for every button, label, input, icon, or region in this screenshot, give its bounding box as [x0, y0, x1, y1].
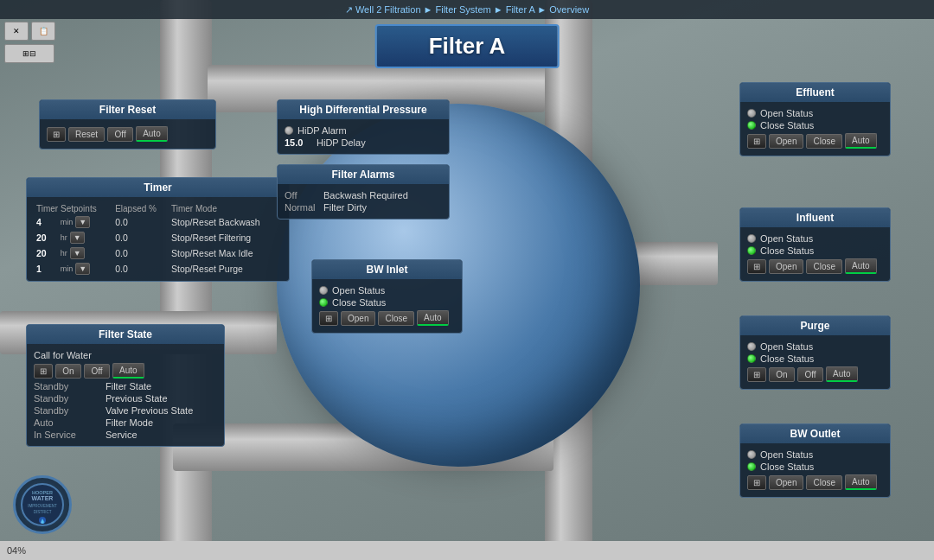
influent-close-row: Close Status — [747, 245, 883, 256]
purge-off-btn[interactable]: Off — [797, 367, 823, 382]
timer-mini-btn[interactable]: ▼ — [70, 232, 85, 244]
filter-state-row: StandbyFilter State — [34, 381, 217, 391]
influent-icon-btn[interactable]: ⊞ — [747, 259, 766, 274]
filter-state-auto-btn[interactable]: Auto — [112, 363, 144, 379]
filter-state-icon-btn[interactable]: ⊞ — [34, 364, 53, 379]
influent-auto-btn[interactable]: Auto — [845, 258, 877, 274]
filter-state-panel: Filter State Call for Water ⊞ On Off Aut… — [26, 324, 225, 447]
timer-mini-btn[interactable]: ▼ — [75, 263, 90, 275]
call-for-water-label: Call for Water — [34, 350, 217, 360]
hidp-alarm-led — [285, 126, 293, 135]
bw-outlet-open-label: Open Status — [760, 449, 813, 460]
bw-inlet-close-led — [319, 298, 328, 307]
purge-auto-btn[interactable]: Auto — [826, 366, 858, 382]
timer-unit: min ▼ — [58, 261, 112, 277]
influent-open-row: Open Status — [747, 233, 883, 244]
toolbar-btn-close[interactable]: ✕ — [4, 22, 29, 41]
bw-inlet-close-btn[interactable]: Close — [378, 311, 414, 326]
toolbar-btn-grid[interactable]: ⊞⊟ — [4, 44, 54, 63]
logo: HOOPER WATER IMPROVEMENT DISTRICT 💧 — [13, 475, 72, 534]
purge-open-led — [747, 342, 756, 351]
effluent-close-btn[interactable]: Close — [806, 134, 842, 149]
purge-icon-btn[interactable]: ⊞ — [747, 367, 766, 382]
hidp-delay-row: 15.0 HiDP Delay — [285, 137, 442, 148]
timer-mini-btn[interactable]: ▼ — [75, 216, 90, 228]
page-title: Filter A — [429, 33, 506, 60]
timer-row: 20 hr ▼ 0.0 Stop/Reset Filtering — [34, 230, 282, 245]
bw-inlet-open-btn[interactable]: Open — [341, 311, 375, 326]
bw-outlet-close-btn[interactable]: Close — [806, 475, 842, 490]
filter-state-row: AutoFilter Mode — [34, 417, 217, 428]
alarm-backwash-label: Backwash Required — [323, 190, 408, 200]
filter-state-on-btn[interactable]: On — [55, 364, 81, 379]
filter-alarms-body: Off Backwash Required Normal Filter Dirt… — [278, 184, 449, 219]
filter-reset-body: ⊞ Reset Off Auto — [40, 119, 215, 149]
timer-table: Timer Setpoints Elapsed % Timer Mode 4 m… — [34, 203, 282, 277]
filter-reset-header: Filter Reset — [40, 100, 215, 119]
toolbar-row-2: ⊞⊟ — [4, 44, 55, 63]
bw-outlet-body: Open Status Close Status ⊞ Open Close Au… — [740, 443, 890, 497]
influent-open-label: Open Status — [760, 233, 813, 244]
timer-row: 20 hr ▼ 0.0 Stop/Reset Max Idle — [34, 245, 282, 261]
effluent-controls: ⊞ Open Close Auto — [747, 133, 883, 149]
timer-mini-btn[interactable]: ▼ — [70, 247, 85, 259]
effluent-open-btn[interactable]: Open — [769, 134, 803, 149]
influent-close-label: Close Status — [760, 245, 814, 256]
purge-body: Open Status Close Status ⊞ On Off Auto — [740, 335, 890, 389]
hidp-panel: High Differential Pressure HiDP Alarm 15… — [277, 99, 450, 155]
bw-outlet-close-label: Close Status — [760, 461, 814, 472]
influent-open-led — [747, 234, 756, 243]
timer-mode: Stop/Reset Purge — [169, 261, 282, 277]
filter-reset-off-btn[interactable]: Off — [107, 127, 133, 142]
filter-reset-icon-btn[interactable]: ⊞ — [47, 127, 66, 142]
purge-open-row: Open Status — [747, 341, 883, 352]
timer-body: Timer Setpoints Elapsed % Timer Mode 4 m… — [27, 197, 289, 281]
influent-close-btn[interactable]: Close — [806, 259, 842, 274]
bw-inlet-open-row: Open Status — [319, 285, 455, 296]
purge-on-btn[interactable]: On — [769, 367, 795, 382]
filter-state-body: Call for Water ⊞ On Off Auto StandbyFilt… — [27, 344, 224, 446]
hidp-alarm-label: HiDP Alarm — [297, 125, 347, 136]
state-row-value: Previous State — [106, 393, 168, 404]
bw-outlet-open-btn[interactable]: Open — [769, 475, 803, 490]
effluent-icon-btn[interactable]: ⊞ — [747, 134, 766, 149]
filter-reset-controls: ⊞ Reset Off Auto — [47, 126, 208, 142]
purge-close-led — [747, 354, 756, 363]
bw-outlet-close-row: Close Status — [747, 461, 883, 472]
filter-state-off-btn[interactable]: Off — [84, 364, 110, 379]
bw-inlet-header: BW Inlet — [312, 260, 462, 279]
influent-open-btn[interactable]: Open — [769, 259, 803, 274]
bw-outlet-icon-btn[interactable]: ⊞ — [747, 475, 766, 490]
purge-panel: Purge Open Status Close Status ⊞ On Off … — [739, 315, 891, 390]
state-row-label: Standby — [34, 405, 99, 416]
bw-inlet-icon-btn[interactable]: ⊞ — [319, 311, 338, 326]
timer-col-elapsed: Elapsed % — [112, 203, 169, 214]
filter-state-row: StandbyPrevious State — [34, 393, 217, 404]
alarm-dirty-label: Filter Dirty — [323, 202, 367, 213]
bw-inlet-open-label: Open Status — [332, 285, 385, 296]
timer-unit: hr ▼ — [58, 245, 112, 261]
filter-reset-btn[interactable]: Reset — [68, 127, 105, 142]
bw-inlet-close-label: Close Status — [332, 297, 386, 308]
svg-text:WATER: WATER — [32, 495, 54, 501]
effluent-auto-btn[interactable]: Auto — [845, 133, 877, 149]
bw-outlet-auto-btn[interactable]: Auto — [845, 474, 877, 490]
filter-reset-auto-btn[interactable]: Auto — [136, 126, 168, 142]
toolbar-row-1: ✕ 📋 — [4, 22, 55, 41]
state-row-value: Service — [106, 430, 138, 440]
state-row-label: Auto — [34, 417, 99, 428]
filter-reset-panel: Filter Reset ⊞ Reset Off Auto — [39, 99, 216, 150]
effluent-panel: Effluent Open Status Close Status ⊞ Open… — [739, 82, 891, 156]
filter-alarms-header: Filter Alarms — [278, 165, 449, 184]
timer-col-setpoints: Timer Setpoints — [34, 203, 112, 214]
bw-outlet-panel: BW Outlet Open Status Close Status ⊞ Ope… — [739, 423, 891, 498]
state-row-label: Standby — [34, 393, 99, 404]
bw-inlet-body: Open Status Close Status ⊞ Open Close Au… — [312, 279, 462, 333]
toolbar-btn-copy[interactable]: 📋 — [31, 22, 55, 41]
bw-inlet-auto-btn[interactable]: Auto — [417, 310, 449, 326]
bw-outlet-header: BW Outlet — [740, 424, 890, 443]
toolbar: ✕ 📋 ⊞⊟ — [4, 22, 55, 63]
timer-value: 4 — [34, 214, 58, 230]
state-row-label: Standby — [34, 381, 99, 391]
filter-state-header: Filter State — [27, 325, 224, 344]
